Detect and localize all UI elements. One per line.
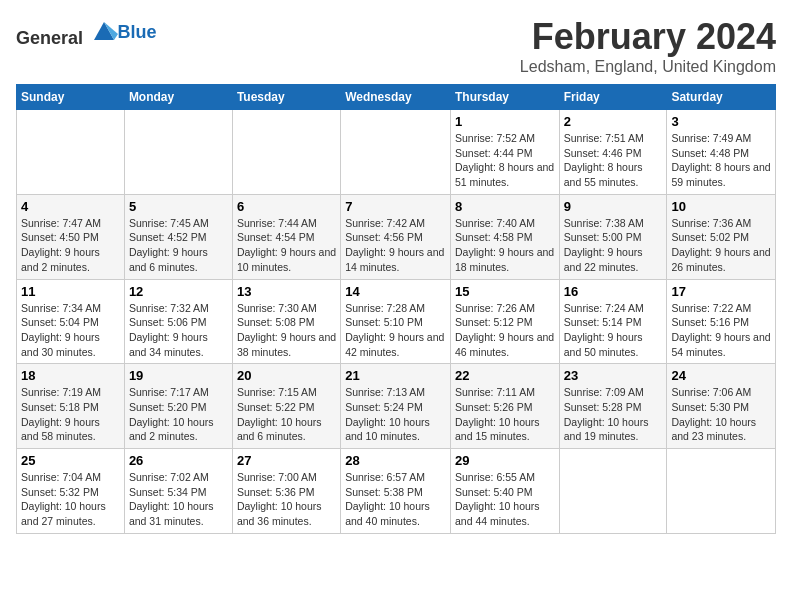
day-info: Sunrise: 7:15 AM Sunset: 5:22 PM Dayligh… [237, 385, 336, 444]
day-info: Sunrise: 7:40 AM Sunset: 4:58 PM Dayligh… [455, 216, 555, 275]
day-number: 20 [237, 368, 336, 383]
calendar-cell: 25Sunrise: 7:04 AM Sunset: 5:32 PM Dayli… [17, 449, 125, 534]
calendar-cell: 1Sunrise: 7:52 AM Sunset: 4:44 PM Daylig… [450, 110, 559, 195]
calendar-cell: 5Sunrise: 7:45 AM Sunset: 4:52 PM Daylig… [124, 194, 232, 279]
calendar-cell [341, 110, 451, 195]
calendar-cell [559, 449, 667, 534]
calendar-cell: 23Sunrise: 7:09 AM Sunset: 5:28 PM Dayli… [559, 364, 667, 449]
calendar-cell: 20Sunrise: 7:15 AM Sunset: 5:22 PM Dayli… [232, 364, 340, 449]
calendar-cell: 8Sunrise: 7:40 AM Sunset: 4:58 PM Daylig… [450, 194, 559, 279]
calendar-cell: 12Sunrise: 7:32 AM Sunset: 5:06 PM Dayli… [124, 279, 232, 364]
day-info: Sunrise: 7:19 AM Sunset: 5:18 PM Dayligh… [21, 385, 120, 444]
calendar-cell: 2Sunrise: 7:51 AM Sunset: 4:46 PM Daylig… [559, 110, 667, 195]
calendar-cell: 27Sunrise: 7:00 AM Sunset: 5:36 PM Dayli… [232, 449, 340, 534]
calendar-week-row: 25Sunrise: 7:04 AM Sunset: 5:32 PM Dayli… [17, 449, 776, 534]
day-number: 19 [129, 368, 228, 383]
calendar-cell: 14Sunrise: 7:28 AM Sunset: 5:10 PM Dayli… [341, 279, 451, 364]
day-info: Sunrise: 7:04 AM Sunset: 5:32 PM Dayligh… [21, 470, 120, 529]
day-number: 26 [129, 453, 228, 468]
day-number: 6 [237, 199, 336, 214]
day-info: Sunrise: 7:32 AM Sunset: 5:06 PM Dayligh… [129, 301, 228, 360]
day-number: 27 [237, 453, 336, 468]
day-number: 10 [671, 199, 771, 214]
calendar-cell: 16Sunrise: 7:24 AM Sunset: 5:14 PM Dayli… [559, 279, 667, 364]
calendar-cell: 4Sunrise: 7:47 AM Sunset: 4:50 PM Daylig… [17, 194, 125, 279]
calendar-cell: 29Sunrise: 6:55 AM Sunset: 5:40 PM Dayli… [450, 449, 559, 534]
day-number: 5 [129, 199, 228, 214]
calendar-cell: 26Sunrise: 7:02 AM Sunset: 5:34 PM Dayli… [124, 449, 232, 534]
day-number: 29 [455, 453, 555, 468]
day-number: 7 [345, 199, 446, 214]
day-info: Sunrise: 7:38 AM Sunset: 5:00 PM Dayligh… [564, 216, 663, 275]
day-number: 13 [237, 284, 336, 299]
calendar-week-row: 18Sunrise: 7:19 AM Sunset: 5:18 PM Dayli… [17, 364, 776, 449]
day-number: 24 [671, 368, 771, 383]
header-day-sunday: Sunday [17, 85, 125, 110]
day-info: Sunrise: 7:34 AM Sunset: 5:04 PM Dayligh… [21, 301, 120, 360]
day-info: Sunrise: 7:30 AM Sunset: 5:08 PM Dayligh… [237, 301, 336, 360]
day-number: 8 [455, 199, 555, 214]
day-number: 9 [564, 199, 663, 214]
calendar-cell [232, 110, 340, 195]
calendar-cell: 19Sunrise: 7:17 AM Sunset: 5:20 PM Dayli… [124, 364, 232, 449]
calendar-cell: 10Sunrise: 7:36 AM Sunset: 5:02 PM Dayli… [667, 194, 776, 279]
day-info: Sunrise: 7:09 AM Sunset: 5:28 PM Dayligh… [564, 385, 663, 444]
day-number: 17 [671, 284, 771, 299]
day-info: Sunrise: 6:55 AM Sunset: 5:40 PM Dayligh… [455, 470, 555, 529]
location-title: Ledsham, England, United Kingdom [520, 58, 776, 76]
month-title: February 2024 [520, 16, 776, 58]
calendar-cell: 6Sunrise: 7:44 AM Sunset: 4:54 PM Daylig… [232, 194, 340, 279]
day-info: Sunrise: 7:52 AM Sunset: 4:44 PM Dayligh… [455, 131, 555, 190]
day-number: 25 [21, 453, 120, 468]
calendar-cell: 28Sunrise: 6:57 AM Sunset: 5:38 PM Dayli… [341, 449, 451, 534]
calendar-cell [17, 110, 125, 195]
title-area: February 2024 Ledsham, England, United K… [520, 16, 776, 76]
day-info: Sunrise: 7:45 AM Sunset: 4:52 PM Dayligh… [129, 216, 228, 275]
calendar-cell: 22Sunrise: 7:11 AM Sunset: 5:26 PM Dayli… [450, 364, 559, 449]
header-day-monday: Monday [124, 85, 232, 110]
day-number: 15 [455, 284, 555, 299]
calendar-week-row: 4Sunrise: 7:47 AM Sunset: 4:50 PM Daylig… [17, 194, 776, 279]
day-info: Sunrise: 7:06 AM Sunset: 5:30 PM Dayligh… [671, 385, 771, 444]
day-info: Sunrise: 7:49 AM Sunset: 4:48 PM Dayligh… [671, 131, 771, 190]
day-info: Sunrise: 7:51 AM Sunset: 4:46 PM Dayligh… [564, 131, 663, 190]
page-header: General Blue February 2024 Ledsham, Engl… [16, 16, 776, 76]
day-number: 11 [21, 284, 120, 299]
day-number: 28 [345, 453, 446, 468]
calendar-cell: 18Sunrise: 7:19 AM Sunset: 5:18 PM Dayli… [17, 364, 125, 449]
day-info: Sunrise: 7:22 AM Sunset: 5:16 PM Dayligh… [671, 301, 771, 360]
logo-icon [90, 16, 118, 44]
day-number: 4 [21, 199, 120, 214]
calendar-week-row: 11Sunrise: 7:34 AM Sunset: 5:04 PM Dayli… [17, 279, 776, 364]
day-info: Sunrise: 7:24 AM Sunset: 5:14 PM Dayligh… [564, 301, 663, 360]
calendar-header: SundayMondayTuesdayWednesdayThursdayFrid… [17, 85, 776, 110]
day-info: Sunrise: 7:44 AM Sunset: 4:54 PM Dayligh… [237, 216, 336, 275]
header-row: SundayMondayTuesdayWednesdayThursdayFrid… [17, 85, 776, 110]
calendar-cell [124, 110, 232, 195]
header-day-saturday: Saturday [667, 85, 776, 110]
day-info: Sunrise: 7:13 AM Sunset: 5:24 PM Dayligh… [345, 385, 446, 444]
day-number: 16 [564, 284, 663, 299]
calendar-cell: 24Sunrise: 7:06 AM Sunset: 5:30 PM Dayli… [667, 364, 776, 449]
calendar-cell: 13Sunrise: 7:30 AM Sunset: 5:08 PM Dayli… [232, 279, 340, 364]
calendar-table: SundayMondayTuesdayWednesdayThursdayFrid… [16, 84, 776, 534]
logo: General Blue [16, 16, 157, 49]
day-number: 12 [129, 284, 228, 299]
day-number: 14 [345, 284, 446, 299]
day-info: Sunrise: 7:00 AM Sunset: 5:36 PM Dayligh… [237, 470, 336, 529]
day-info: Sunrise: 7:17 AM Sunset: 5:20 PM Dayligh… [129, 385, 228, 444]
day-info: Sunrise: 7:42 AM Sunset: 4:56 PM Dayligh… [345, 216, 446, 275]
header-day-thursday: Thursday [450, 85, 559, 110]
day-number: 1 [455, 114, 555, 129]
calendar-cell: 17Sunrise: 7:22 AM Sunset: 5:16 PM Dayli… [667, 279, 776, 364]
day-info: Sunrise: 7:11 AM Sunset: 5:26 PM Dayligh… [455, 385, 555, 444]
day-number: 18 [21, 368, 120, 383]
day-number: 23 [564, 368, 663, 383]
header-day-friday: Friday [559, 85, 667, 110]
logo-text-blue: Blue [118, 22, 157, 42]
day-number: 22 [455, 368, 555, 383]
logo-text-general: General [16, 28, 83, 48]
day-info: Sunrise: 7:28 AM Sunset: 5:10 PM Dayligh… [345, 301, 446, 360]
calendar-week-row: 1Sunrise: 7:52 AM Sunset: 4:44 PM Daylig… [17, 110, 776, 195]
calendar-cell: 3Sunrise: 7:49 AM Sunset: 4:48 PM Daylig… [667, 110, 776, 195]
